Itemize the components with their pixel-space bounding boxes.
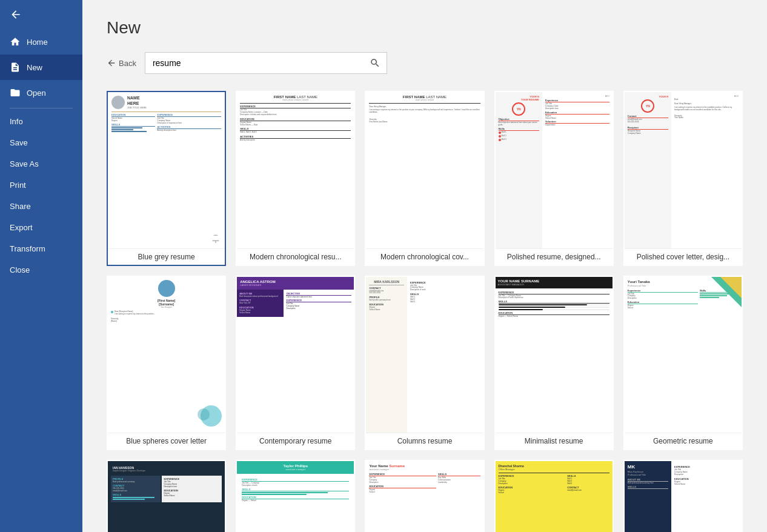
template-grid: NAMEHERE JOB TITLE HERE Education School… [107, 91, 743, 532]
sidebar-item-home-label: Home [27, 38, 48, 47]
main-content: New Back NAMEHERE JOB TITLE HERE [82, 0, 767, 532]
sidebar-item-share[interactable]: Share [0, 196, 82, 217]
template-label-minimalist-resume: Minimalist resume [496, 433, 613, 449]
template-card-minimalist-resume[interactable]: YOUR NAME SURNAME ASSISTANT MANAGER Expe… [494, 276, 614, 451]
template-card-contemporary-resume[interactable]: ANGELICA ASTROM LASER DESIGNER About Me … [236, 276, 355, 451]
template-label-blue-grey-resume: Blue grey resume [108, 248, 225, 265]
template-card-color-block-resume[interactable]: IAN HANSSON Graphic Designer / Engineer … [107, 460, 226, 532]
template-card-columns-resume[interactable]: MIRA KARLSSON Contact email@email.com555… [365, 276, 484, 451]
template-card-blue-spheres-cover[interactable]: [First Name][Surname] Your Designer Dear… [107, 276, 226, 451]
template-card-polished-resume[interactable]: YOUR NYOUR RESUME YN Objective Brief obj… [494, 91, 614, 266]
search-input-wrap [145, 52, 387, 74]
search-button[interactable] [364, 53, 387, 73]
template-card-blue-grey-resume[interactable]: NAMEHERE JOB TITLE HERE Education School… [107, 91, 226, 266]
template-card-polished-cover[interactable]: YOUR R YN Contact email@email.com555-555… [623, 91, 743, 266]
pin-icon [210, 234, 221, 245]
sidebar-item-close[interactable]: Close [0, 259, 82, 281]
back-to-doc-button[interactable] [0, 0, 82, 29]
back-link-label: Back [119, 59, 136, 68]
template-label-modern-chron-resume: Modern chronological resu... [237, 248, 354, 265]
template-label-columns-resume: Columns resume [366, 433, 483, 449]
template-card-modern-chron-resume[interactable]: FIRST NAME LAST NAME email | phone | web… [236, 91, 355, 266]
sidebar-item-print[interactable]: Print [0, 175, 82, 196]
search-input[interactable] [145, 53, 364, 73]
template-card-geometric-resume[interactable]: Yuuri Tanaka Professional Title Experien… [623, 276, 743, 451]
sidebar-item-save-as[interactable]: Save As [0, 153, 82, 175]
sidebar-item-home[interactable]: Home [0, 29, 82, 55]
template-card-basic-modern-resume[interactable]: Your Name Surname assistant manager Expe… [365, 460, 484, 532]
template-label-contemporary-resume: Contemporary resume [237, 433, 354, 449]
template-label-geometric-resume: Geometric resume [625, 433, 742, 449]
template-label-blue-spheres-cover: Blue spheres cover letter [108, 433, 225, 449]
template-label-modern-chron-cover: Modern chronological cov... [366, 248, 483, 265]
back-link-arrow-icon [107, 58, 116, 68]
template-label-polished-resume: Polished resume, designed... [496, 248, 613, 265]
home-icon [10, 36, 21, 47]
sidebar-item-open-label: Open [27, 88, 46, 98]
sidebar: Home New Open Info Save Save As Print Sh… [0, 0, 82, 532]
sidebar-item-new[interactable]: New [0, 55, 82, 80]
template-label-polished-cover: Polished cover letter, desig... [625, 248, 742, 265]
back-link[interactable]: Back [107, 58, 136, 68]
search-bar: Back [107, 52, 743, 74]
new-icon [10, 62, 21, 73]
template-card-modern-chron-cover[interactable]: FIRST NAME LAST NAME email | phone | web… [365, 91, 484, 266]
sidebar-item-info[interactable]: Info [0, 111, 82, 132]
sidebar-divider [10, 108, 73, 108]
open-icon [10, 87, 21, 98]
sidebar-item-transform[interactable]: Transform [0, 238, 82, 259]
sidebar-item-export[interactable]: Export [0, 217, 82, 238]
sidebar-item-save[interactable]: Save [0, 132, 82, 153]
search-icon [370, 58, 380, 68]
template-card-modern-initials-resume[interactable]: MK Miss KaclissonProfessional Title Abou… [623, 460, 743, 532]
page-title: New [107, 18, 743, 38]
sidebar-item-open[interactable]: Open [0, 80, 82, 105]
template-card-swiss-design-resume[interactable]: Dhanchal Sharma Office Manager Experienc… [494, 460, 614, 532]
back-arrow-icon [10, 8, 22, 21]
template-card-clean-elegant-resume[interactable]: Taylor Phillips assistant manager Experi… [236, 460, 355, 532]
sidebar-item-new-label: New [27, 63, 42, 72]
